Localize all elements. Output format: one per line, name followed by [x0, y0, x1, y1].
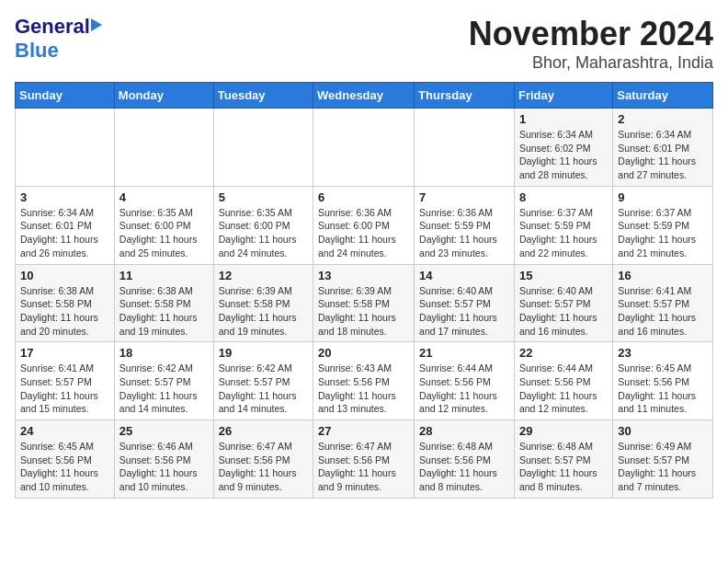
day-info: Sunrise: 6:39 AM Sunset: 5:58 PM Dayligh… [219, 284, 308, 339]
calendar-cell: 29Sunrise: 6:48 AM Sunset: 5:57 PM Dayli… [514, 420, 612, 499]
day-info: Sunrise: 6:42 AM Sunset: 5:57 PM Dayligh… [219, 362, 308, 416]
day-number: 22 [519, 346, 608, 360]
weekday-header-friday: Friday [514, 83, 612, 109]
day-info: Sunrise: 6:42 AM Sunset: 5:57 PM Dayligh… [119, 362, 209, 416]
calendar-cell: 19Sunrise: 6:42 AM Sunset: 5:57 PM Dayli… [213, 342, 313, 420]
page-header: General Blue November 2024 Bhor, Maharas… [15, 15, 713, 73]
day-number: 1 [519, 112, 608, 126]
day-number: 24 [20, 424, 109, 438]
day-info: Sunrise: 6:46 AM Sunset: 5:56 PM Dayligh… [119, 440, 209, 494]
calendar-week-2: 3Sunrise: 6:34 AM Sunset: 6:01 PM Daylig… [16, 186, 713, 264]
day-number: 25 [119, 424, 209, 438]
weekday-header-sunday: Sunday [16, 83, 115, 109]
day-number: 19 [219, 346, 308, 360]
calendar-week-3: 10Sunrise: 6:38 AM Sunset: 5:58 PM Dayli… [16, 264, 713, 342]
calendar-cell: 9Sunrise: 6:37 AM Sunset: 5:59 PM Daylig… [613, 186, 713, 264]
weekday-row: SundayMondayTuesdayWednesdayThursdayFrid… [16, 83, 713, 109]
calendar-cell: 3Sunrise: 6:34 AM Sunset: 6:01 PM Daylig… [16, 186, 115, 264]
calendar-cell: 26Sunrise: 6:47 AM Sunset: 5:56 PM Dayli… [213, 420, 313, 499]
calendar-cell: 16Sunrise: 6:41 AM Sunset: 5:57 PM Dayli… [613, 264, 713, 342]
day-info: Sunrise: 6:34 AM Sunset: 6:01 PM Dayligh… [618, 128, 708, 182]
day-number: 18 [119, 346, 209, 360]
day-number: 12 [219, 269, 308, 282]
calendar-cell: 14Sunrise: 6:40 AM Sunset: 5:57 PM Dayli… [415, 264, 515, 342]
calendar-cell: 12Sunrise: 6:39 AM Sunset: 5:58 PM Dayli… [213, 264, 313, 342]
day-number: 6 [318, 190, 409, 204]
day-info: Sunrise: 6:34 AM Sunset: 6:01 PM Dayligh… [20, 206, 109, 260]
calendar-cell: 7Sunrise: 6:36 AM Sunset: 5:59 PM Daylig… [415, 186, 515, 264]
calendar-week-1: 1Sunrise: 6:34 AM Sunset: 6:02 PM Daylig… [16, 109, 713, 187]
calendar-cell: 28Sunrise: 6:48 AM Sunset: 5:56 PM Dayli… [415, 420, 515, 499]
calendar-cell: 2Sunrise: 6:34 AM Sunset: 6:01 PM Daylig… [613, 109, 713, 187]
weekday-header-thursday: Thursday [415, 83, 515, 109]
calendar-cell: 13Sunrise: 6:39 AM Sunset: 5:58 PM Dayli… [313, 264, 415, 342]
day-info: Sunrise: 6:49 AM Sunset: 5:57 PM Dayligh… [618, 440, 708, 494]
calendar-header: SundayMondayTuesdayWednesdayThursdayFrid… [16, 83, 713, 109]
day-info: Sunrise: 6:37 AM Sunset: 5:59 PM Dayligh… [618, 206, 708, 260]
day-number: 30 [618, 424, 708, 438]
calendar-cell: 30Sunrise: 6:49 AM Sunset: 5:57 PM Dayli… [613, 420, 713, 499]
day-number: 10 [20, 269, 109, 282]
day-number: 7 [419, 190, 509, 204]
day-number: 3 [20, 190, 109, 204]
day-number: 8 [519, 190, 608, 204]
calendar-cell: 17Sunrise: 6:41 AM Sunset: 5:57 PM Dayli… [16, 342, 115, 420]
calendar-cell [313, 109, 415, 187]
calendar-cell: 24Sunrise: 6:45 AM Sunset: 5:56 PM Dayli… [16, 420, 115, 499]
day-info: Sunrise: 6:44 AM Sunset: 5:56 PM Dayligh… [519, 362, 608, 416]
day-number: 4 [119, 190, 209, 204]
logo-general: General [15, 15, 90, 39]
day-number: 14 [419, 269, 509, 282]
day-info: Sunrise: 6:40 AM Sunset: 5:57 PM Dayligh… [419, 284, 509, 339]
calendar-cell: 18Sunrise: 6:42 AM Sunset: 5:57 PM Dayli… [114, 342, 213, 420]
day-info: Sunrise: 6:35 AM Sunset: 6:00 PM Dayligh… [219, 206, 308, 260]
day-number: 26 [219, 424, 308, 438]
calendar-table: SundayMondayTuesdayWednesdayThursdayFrid… [15, 82, 713, 499]
calendar-cell: 8Sunrise: 6:37 AM Sunset: 5:59 PM Daylig… [514, 186, 612, 264]
day-info: Sunrise: 6:45 AM Sunset: 5:56 PM Dayligh… [618, 362, 708, 416]
calendar-cell [415, 109, 515, 187]
page-title: November 2024 [469, 15, 713, 53]
day-number: 16 [618, 269, 708, 282]
title-area: November 2024 Bhor, Maharashtra, India [469, 15, 713, 73]
day-number: 29 [519, 424, 608, 438]
calendar-cell: 23Sunrise: 6:45 AM Sunset: 5:56 PM Dayli… [613, 342, 713, 420]
day-info: Sunrise: 6:37 AM Sunset: 5:59 PM Dayligh… [519, 206, 608, 260]
day-number: 15 [519, 269, 608, 282]
day-info: Sunrise: 6:36 AM Sunset: 6:00 PM Dayligh… [318, 206, 409, 260]
day-info: Sunrise: 6:48 AM Sunset: 5:56 PM Dayligh… [419, 440, 509, 494]
day-info: Sunrise: 6:47 AM Sunset: 5:56 PM Dayligh… [318, 440, 409, 494]
day-info: Sunrise: 6:48 AM Sunset: 5:57 PM Dayligh… [519, 440, 608, 494]
day-info: Sunrise: 6:47 AM Sunset: 5:56 PM Dayligh… [219, 440, 308, 494]
weekday-header-wednesday: Wednesday [313, 83, 415, 109]
day-number: 17 [20, 346, 109, 360]
day-info: Sunrise: 6:39 AM Sunset: 5:58 PM Dayligh… [318, 284, 409, 339]
weekday-header-tuesday: Tuesday [213, 83, 313, 109]
day-info: Sunrise: 6:34 AM Sunset: 6:02 PM Dayligh… [519, 128, 608, 182]
day-number: 21 [419, 346, 509, 360]
calendar-cell: 25Sunrise: 6:46 AM Sunset: 5:56 PM Dayli… [114, 420, 213, 499]
day-info: Sunrise: 6:41 AM Sunset: 5:57 PM Dayligh… [20, 362, 109, 416]
page-subtitle: Bhor, Maharashtra, India [469, 53, 713, 73]
calendar-cell: 22Sunrise: 6:44 AM Sunset: 5:56 PM Dayli… [514, 342, 612, 420]
day-number: 5 [219, 190, 308, 204]
logo-arrow-icon [91, 18, 102, 31]
day-info: Sunrise: 6:38 AM Sunset: 5:58 PM Dayligh… [119, 284, 209, 339]
day-info: Sunrise: 6:35 AM Sunset: 6:00 PM Dayligh… [119, 206, 209, 260]
logo-blue: Blue [15, 39, 102, 63]
calendar-cell: 5Sunrise: 6:35 AM Sunset: 6:00 PM Daylig… [213, 186, 313, 264]
day-info: Sunrise: 6:40 AM Sunset: 5:57 PM Dayligh… [519, 284, 608, 339]
day-number: 9 [618, 190, 708, 204]
day-info: Sunrise: 6:36 AM Sunset: 5:59 PM Dayligh… [419, 206, 509, 260]
calendar-cell [114, 109, 213, 187]
day-info: Sunrise: 6:44 AM Sunset: 5:56 PM Dayligh… [419, 362, 509, 416]
day-number: 20 [318, 346, 409, 360]
day-number: 23 [618, 346, 708, 360]
day-number: 2 [618, 112, 708, 126]
calendar-cell: 11Sunrise: 6:38 AM Sunset: 5:58 PM Dayli… [114, 264, 213, 342]
calendar-cell: 1Sunrise: 6:34 AM Sunset: 6:02 PM Daylig… [514, 109, 612, 187]
calendar-cell [213, 109, 313, 187]
calendar-cell: 6Sunrise: 6:36 AM Sunset: 6:00 PM Daylig… [313, 186, 415, 264]
weekday-header-monday: Monday [114, 83, 213, 109]
day-number: 28 [419, 424, 509, 438]
